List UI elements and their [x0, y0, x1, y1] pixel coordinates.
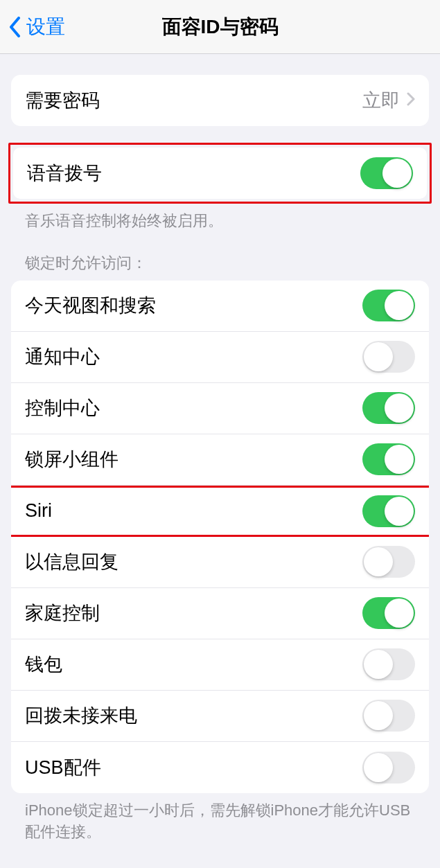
lock-access-toggle[interactable] — [362, 392, 415, 424]
lock-access-toggle[interactable] — [362, 443, 415, 475]
lock-access-section: 锁定时允许访问： 今天视图和搜索通知中心控制中心锁屏小组件Siri以信息回复家庭… — [11, 253, 429, 843]
lock-access-label: 家庭控制 — [25, 601, 100, 626]
lock-access-label: Siri — [25, 500, 52, 522]
lock-access-toggle[interactable] — [362, 700, 415, 732]
require-passcode-row[interactable]: 需要密码 立即 — [11, 75, 429, 126]
lock-access-header: 锁定时允许访问： — [11, 253, 429, 281]
lock-access-toggle[interactable] — [362, 546, 415, 578]
lock-access-toggle[interactable] — [362, 290, 415, 321]
lock-access-row: 锁屏小组件 — [11, 434, 429, 486]
lock-access-label: USB配件 — [25, 755, 101, 780]
back-label: 设置 — [26, 14, 65, 40]
lock-access-label: 回拨未接来电 — [25, 703, 137, 728]
lock-access-row: USB配件 — [11, 742, 429, 793]
voice-dial-highlight: 语音拨号 — [8, 143, 432, 204]
require-passcode-value: 立即 — [362, 88, 400, 113]
chevron-right-icon — [407, 92, 415, 109]
lock-access-row: 回拨未接来电 — [11, 691, 429, 742]
lock-access-label: 锁屏小组件 — [25, 447, 118, 472]
lock-access-toggle[interactable] — [362, 341, 415, 373]
lock-access-label: 今天视图和搜索 — [25, 293, 156, 318]
lock-access-toggle[interactable] — [362, 648, 415, 680]
lock-access-label: 通知中心 — [25, 344, 100, 369]
lock-access-toggle[interactable] — [362, 752, 415, 783]
lock-access-row: 钱包 — [11, 639, 429, 691]
lock-access-label: 控制中心 — [25, 396, 100, 420]
lock-access-row: 控制中心 — [11, 383, 429, 434]
lock-access-row: 以信息回复 — [11, 537, 429, 588]
page-title: 面容ID与密码 — [162, 14, 279, 40]
lock-access-row: 今天视图和搜索 — [11, 281, 429, 332]
require-passcode-label: 需要密码 — [25, 88, 100, 113]
lock-access-footer: iPhone锁定超过一小时后，需先解锁iPhone才能允许USB配件连接。 — [11, 793, 429, 843]
passcode-section: 需要密码 立即 — [11, 75, 429, 126]
voice-dial-toggle[interactable] — [360, 157, 413, 189]
chevron-left-icon — [8, 17, 21, 37]
voice-dial-footer: 音乐语音控制将始终被启用。 — [11, 204, 429, 232]
lock-access-toggle[interactable] — [362, 597, 415, 629]
lock-access-label: 以信息回复 — [25, 549, 118, 574]
voice-dial-label: 语音拨号 — [27, 161, 102, 186]
lock-access-row: 家庭控制 — [11, 588, 429, 639]
nav-header: 设置 面容ID与密码 — [0, 0, 440, 54]
back-button[interactable]: 设置 — [0, 14, 65, 40]
lock-access-row: 通知中心 — [11, 332, 429, 383]
lock-access-toggle[interactable] — [362, 495, 415, 527]
lock-access-label: 钱包 — [25, 652, 62, 677]
lock-access-row: Siri — [11, 486, 429, 537]
voice-dial-row: 语音拨号 — [13, 148, 427, 199]
